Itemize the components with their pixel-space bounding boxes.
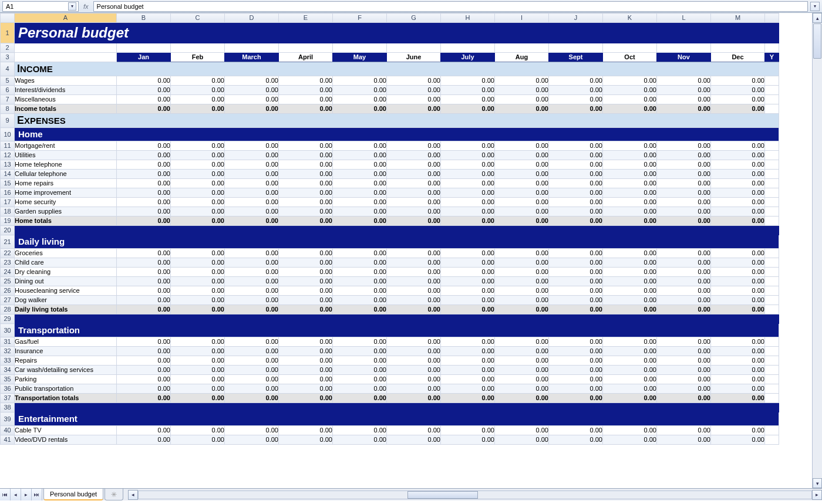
cell[interactable]: 0.00 — [549, 337, 603, 347]
cell[interactable]: 0.00 — [603, 217, 657, 226]
row-header[interactable]: 36 — [1, 384, 15, 394]
row-header[interactable]: 41 — [1, 435, 15, 445]
cell[interactable]: 0.00 — [387, 179, 441, 188]
cell[interactable] — [765, 170, 779, 179]
cell[interactable] — [765, 104, 779, 114]
cell[interactable] — [765, 375, 779, 384]
cell[interactable]: 0.00 — [711, 384, 765, 394]
cell[interactable]: 0.00 — [225, 76, 279, 86]
cell[interactable] — [711, 43, 765, 53]
cell[interactable]: 0.00 — [441, 268, 495, 277]
cell[interactable]: 0.00 — [171, 86, 225, 95]
cell[interactable]: 0.00 — [225, 277, 279, 286]
cell[interactable]: 0.00 — [225, 435, 279, 445]
row-header[interactable]: 27 — [1, 296, 15, 305]
cell[interactable]: 0.00 — [171, 435, 225, 445]
cell[interactable] — [765, 435, 779, 445]
cell[interactable]: 0.00 — [495, 179, 549, 188]
col-header-J[interactable]: J — [549, 13, 603, 23]
cell[interactable]: 0.00 — [549, 375, 603, 384]
cell[interactable]: 0.00 — [603, 426, 657, 435]
month-header[interactable]: Feb — [171, 53, 225, 62]
cell[interactable]: 0.00 — [657, 305, 711, 314]
cell[interactable]: 0.00 — [711, 286, 765, 296]
cell[interactable]: 0.00 — [657, 249, 711, 258]
cell[interactable] — [15, 314, 779, 324]
row-header[interactable]: 10 — [1, 128, 15, 141]
cell[interactable]: 0.00 — [441, 198, 495, 207]
cell[interactable]: 0.00 — [657, 141, 711, 151]
cell[interactable] — [15, 226, 779, 235]
row-header[interactable]: 7 — [1, 95, 15, 104]
cell[interactable]: 0.00 — [387, 286, 441, 296]
cell[interactable]: 0.00 — [657, 76, 711, 86]
cell[interactable] — [441, 43, 495, 53]
cell[interactable]: 0.00 — [225, 207, 279, 217]
cell[interactable]: 0.00 — [333, 258, 387, 268]
cell[interactable]: 0.00 — [495, 160, 549, 170]
cell[interactable]: 0.00 — [387, 95, 441, 104]
cell[interactable] — [765, 188, 779, 198]
scroll-down-icon[interactable]: ▾ — [813, 478, 822, 488]
cell[interactable]: 0.00 — [603, 384, 657, 394]
cell[interactable]: 0.00 — [495, 104, 549, 114]
cell[interactable]: 0.00 — [333, 347, 387, 356]
row-label[interactable]: Repairs — [15, 356, 117, 366]
section-label[interactable]: EXPENSES — [15, 114, 779, 128]
cell[interactable]: 0.00 — [711, 366, 765, 375]
cell[interactable]: 0.00 — [711, 207, 765, 217]
row-header[interactable]: 26 — [1, 286, 15, 296]
cell[interactable]: 0.00 — [711, 337, 765, 347]
cell[interactable] — [765, 347, 779, 356]
cell[interactable]: 0.00 — [441, 179, 495, 188]
cell[interactable]: 0.00 — [711, 179, 765, 188]
cell[interactable]: 0.00 — [387, 141, 441, 151]
cell[interactable]: 0.00 — [441, 258, 495, 268]
cell[interactable]: 0.00 — [549, 95, 603, 104]
col-header-M[interactable]: M — [711, 13, 765, 23]
cell[interactable]: 0.00 — [549, 207, 603, 217]
cell[interactable]: 0.00 — [495, 170, 549, 179]
cell[interactable]: 0.00 — [333, 217, 387, 226]
cell[interactable]: 0.00 — [225, 160, 279, 170]
title-cell[interactable]: Personal budget — [15, 23, 779, 43]
cell[interactable]: 0.00 — [171, 151, 225, 160]
cell[interactable]: 0.00 — [495, 188, 549, 198]
cell[interactable] — [765, 160, 779, 170]
cell[interactable]: 0.00 — [603, 76, 657, 86]
cell[interactable]: 0.00 — [279, 249, 333, 258]
cell[interactable]: 0.00 — [171, 258, 225, 268]
row-header[interactable]: 16 — [1, 188, 15, 198]
cell[interactable]: 0.00 — [333, 160, 387, 170]
cell[interactable] — [387, 43, 441, 53]
cell[interactable] — [765, 76, 779, 86]
cell[interactable]: 0.00 — [549, 356, 603, 366]
cell[interactable] — [765, 179, 779, 188]
cell[interactable]: 0.00 — [603, 249, 657, 258]
cell[interactable]: 0.00 — [387, 384, 441, 394]
cell[interactable]: 0.00 — [117, 151, 171, 160]
cell[interactable]: 0.00 — [387, 104, 441, 114]
row-label[interactable]: Dry cleaning — [15, 268, 117, 277]
row-header[interactable]: 37 — [1, 394, 15, 403]
cell[interactable]: 0.00 — [117, 375, 171, 384]
cell[interactable]: 0.00 — [711, 160, 765, 170]
row-label[interactable]: Home telephone — [15, 160, 117, 170]
section-label[interactable]: INCOME — [15, 62, 779, 76]
cell[interactable]: 0.00 — [549, 426, 603, 435]
cell[interactable]: 0.00 — [333, 426, 387, 435]
cell[interactable]: 0.00 — [333, 286, 387, 296]
cell[interactable]: 0.00 — [333, 277, 387, 286]
cell[interactable]: 0.00 — [711, 347, 765, 356]
cell[interactable]: 0.00 — [549, 394, 603, 403]
cell[interactable]: 0.00 — [549, 286, 603, 296]
tab-nav-last-icon[interactable]: ⏭ — [32, 489, 42, 500]
cell[interactable]: 0.00 — [603, 277, 657, 286]
cell[interactable]: 0.00 — [603, 104, 657, 114]
cell[interactable]: 0.00 — [333, 296, 387, 305]
cell[interactable]: 0.00 — [225, 347, 279, 356]
col-header-next[interactable] — [765, 13, 779, 23]
row-header[interactable]: 32 — [1, 347, 15, 356]
row-label[interactable]: Miscellaneous — [15, 95, 117, 104]
cell[interactable]: 0.00 — [117, 366, 171, 375]
